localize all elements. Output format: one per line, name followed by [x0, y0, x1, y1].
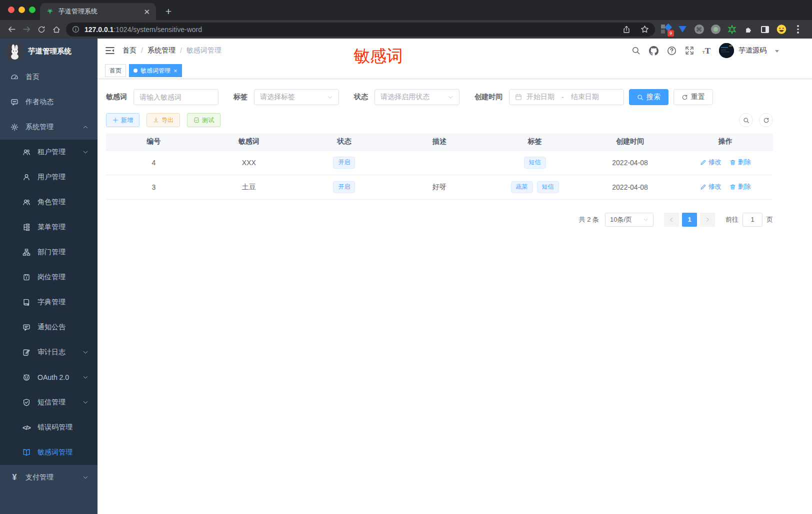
sidebar-item-6[interactable]: 菜单管理 — [0, 215, 98, 240]
chevron-down-icon — [327, 94, 333, 100]
page-tab-0[interactable]: 首页 — [105, 64, 126, 77]
prev-page-icon[interactable] — [664, 213, 679, 227]
sidebar-item-0[interactable]: 首页 — [0, 65, 98, 90]
sidebar: 芋道管理系统 首页作者动态系统管理租户管理用户管理角色管理菜单管理部门管理岗位管… — [0, 39, 98, 514]
next-page-icon[interactable] — [700, 213, 715, 227]
username-text[interactable]: 芋道源码 — [738, 46, 766, 55]
sidebar-item-11[interactable]: 审计日志 — [0, 340, 98, 365]
refresh-table-icon[interactable] — [759, 113, 773, 127]
breadcrumb-separator: / — [141, 47, 143, 55]
tab-close-icon[interactable]: ✕ — [144, 8, 150, 16]
browser-menu-icon[interactable] — [793, 25, 803, 35]
reset-button[interactable]: 重置 — [674, 89, 713, 105]
gear-icon — [10, 123, 18, 131]
sidebar-item-label: 用户管理 — [38, 173, 66, 182]
fullscreen-icon[interactable] — [685, 46, 694, 55]
search-button[interactable]: 搜索 — [629, 89, 668, 105]
breadcrumb-item[interactable]: 首页 — [122, 46, 136, 55]
keyword-label: 敏感词 — [106, 93, 127, 102]
user-menu-caret-icon[interactable] — [775, 50, 779, 53]
help-question-icon[interactable] — [667, 46, 676, 56]
profile-avatar-icon[interactable] — [776, 25, 786, 35]
url-text[interactable]: 127.0.0.1:1024/system/sensitive-word — [84, 26, 202, 34]
back-icon[interactable] — [4, 22, 19, 37]
sidebar-item-13[interactable]: 短信管理 — [0, 390, 98, 415]
cell-desc — [392, 150, 488, 175]
maximize-window-button[interactable] — [29, 7, 36, 13]
keyword-input[interactable] — [134, 89, 218, 105]
sidebar-item-12[interactable]: OAuth 2.0 — [0, 365, 98, 390]
reload-icon[interactable] — [34, 22, 49, 37]
sidebar-item-4[interactable]: 用户管理 — [0, 165, 98, 190]
tab-close-icon[interactable]: × — [174, 68, 178, 74]
test-button[interactable]: 测试 — [187, 113, 220, 127]
sidebar-item-label: 部门管理 — [38, 248, 66, 257]
chevron-down-icon — [82, 374, 88, 380]
app-title: 芋道管理系统 — [28, 47, 72, 56]
chevron-down-icon — [82, 149, 88, 155]
address-bar[interactable]: 127.0.0.1:1024/system/sensitive-word — [66, 23, 655, 37]
browser-tab[interactable]: 芋道管理系统 ✕ — [40, 3, 156, 20]
page-unit-label: 页 — [766, 215, 773, 224]
sidebar-item-label: 错误码管理 — [38, 423, 72, 432]
sidebar-item-5[interactable]: 角色管理 — [0, 190, 98, 215]
share-icon[interactable] — [619, 22, 634, 37]
edit-link[interactable]: 修改 — [700, 182, 722, 191]
cell-tags: 短信 — [487, 150, 582, 175]
site-info-icon[interactable] — [72, 26, 80, 33]
sidebar-item-9[interactable]: 字典管理 — [0, 290, 98, 315]
goto-page-input[interactable] — [742, 213, 762, 227]
extension-green-star-icon[interactable] — [727, 25, 737, 35]
delete-link[interactable]: 删除 — [730, 158, 751, 167]
sidebar-item-16[interactable]: ¥支付管理 — [0, 465, 98, 490]
tags-view-bar: 首页敏感词管理× — [98, 63, 812, 79]
sidebar-item-10[interactable]: 通知公告 — [0, 315, 98, 340]
github-icon[interactable] — [649, 46, 658, 56]
side-panel-icon[interactable] — [760, 25, 770, 35]
sidebar-item-15[interactable]: 敏感词管理 — [0, 440, 98, 465]
date-range-picker[interactable]: 开始日期 - 结束日期 — [509, 89, 624, 105]
status-select[interactable]: 请选择启用状态 — [374, 89, 460, 105]
sidebar-item-label: 岗位管理 — [38, 273, 66, 282]
delete-link[interactable]: 删除 — [730, 182, 751, 191]
sidebar-item-14[interactable]: </>错误码管理 — [0, 415, 98, 440]
sidebar-item-2[interactable]: 系统管理 — [0, 115, 98, 140]
header-search-icon[interactable] — [632, 46, 640, 55]
tag-select[interactable]: 请选择标签 — [254, 89, 339, 105]
cell-actions: 修改删除 — [678, 175, 773, 199]
export-button[interactable]: 导出 — [146, 113, 180, 127]
sidebar-item-7[interactable]: 部门管理 — [0, 240, 98, 265]
add-button[interactable]: 新增 — [106, 113, 140, 127]
sidebar-item-1[interactable]: 作者动态 — [0, 90, 98, 115]
app-logo[interactable]: 芋道管理系统 — [0, 39, 98, 64]
toggle-search-icon[interactable] — [739, 113, 753, 127]
breadcrumb-item[interactable]: 系统管理 — [148, 46, 176, 55]
forward-icon[interactable] — [19, 22, 34, 37]
page-number-button[interactable]: 1 — [682, 213, 697, 227]
minimize-window-button[interactable] — [18, 7, 25, 13]
traffic-lights — [8, 7, 36, 13]
user-avatar[interactable] — [719, 43, 734, 58]
extension-command-icon[interactable]: ⌘ — [694, 25, 704, 35]
bookmark-star-icon[interactable] — [637, 22, 652, 37]
keyword-input-field[interactable] — [140, 93, 212, 101]
pagination: 共 2 条 10条/页 1 前往 页 — [106, 213, 773, 227]
sidebar-item-3[interactable]: 租户管理 — [0, 140, 98, 165]
font-size-icon[interactable]: тT — [702, 47, 710, 55]
cell-id: 4 — [106, 150, 202, 175]
date-label: 创建时间 — [474, 93, 502, 102]
favicon-plant-icon — [46, 8, 54, 16]
home-icon[interactable] — [49, 22, 64, 37]
extension-record-icon[interactable] — [710, 25, 720, 35]
extension-tabs-icon[interactable]: 9 — [661, 25, 671, 35]
edit-link[interactable]: 修改 — [700, 158, 722, 167]
page-size-select[interactable]: 10条/页 — [605, 213, 654, 227]
extension-gem-icon[interactable] — [678, 25, 688, 35]
new-tab-button[interactable]: + — [161, 4, 176, 19]
hamburger-icon[interactable] — [105, 46, 115, 56]
chevron-up-icon — [82, 124, 88, 130]
sidebar-item-8[interactable]: 岗位管理 — [0, 265, 98, 290]
page-tab-1[interactable]: 敏感词管理× — [129, 64, 182, 77]
extensions-puzzle-icon[interactable] — [744, 25, 754, 35]
close-window-button[interactable] — [8, 7, 14, 13]
